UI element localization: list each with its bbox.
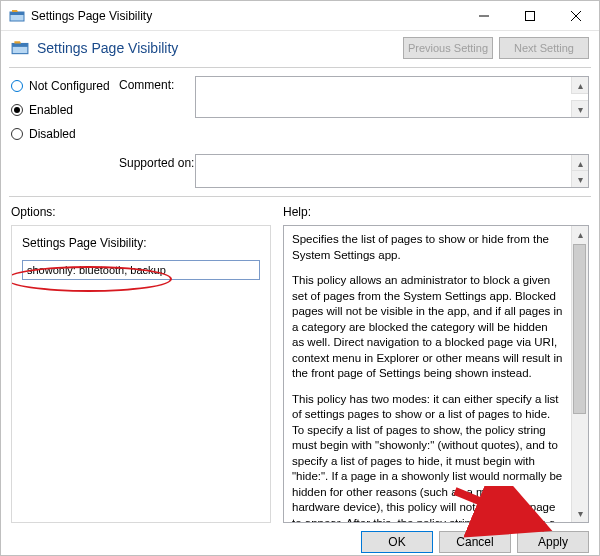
titlebar: Settings Page Visibility bbox=[1, 1, 599, 31]
settings-page-visibility-label: Settings Page Visibility: bbox=[22, 236, 260, 250]
scroll-up-icon[interactable]: ▴ bbox=[571, 77, 588, 94]
policy-icon bbox=[11, 39, 29, 57]
radio-label: Enabled bbox=[29, 103, 73, 117]
scroll-down-icon[interactable]: ▾ bbox=[578, 508, 583, 519]
minimize-button[interactable] bbox=[461, 1, 507, 30]
settings-page-visibility-input[interactable] bbox=[22, 260, 260, 280]
svg-rect-1 bbox=[10, 12, 24, 15]
help-text-box: Specifies the list of pages to show or h… bbox=[283, 225, 589, 523]
svg-rect-4 bbox=[12, 44, 28, 47]
button-bar: OK Cancel Apply bbox=[1, 523, 599, 556]
svg-rect-2 bbox=[526, 11, 535, 20]
state-radio-group: Not Configured Enabled Disabled bbox=[11, 76, 119, 148]
help-paragraph: This policy allows an administrator to b… bbox=[292, 273, 563, 382]
scrollbar-thumb[interactable] bbox=[573, 244, 586, 414]
help-label: Help: bbox=[283, 205, 589, 219]
scrollbar[interactable]: ▴ ▾ bbox=[571, 226, 588, 522]
divider bbox=[9, 196, 591, 197]
help-paragraph: Specifies the list of pages to show or h… bbox=[292, 232, 563, 263]
help-content[interactable]: Specifies the list of pages to show or h… bbox=[284, 226, 571, 522]
ok-button[interactable]: OK bbox=[361, 531, 433, 553]
radio-icon bbox=[11, 80, 23, 92]
scroll-down-icon[interactable]: ▾ bbox=[571, 170, 588, 187]
help-paragraph: This policy has two modes: it can either… bbox=[292, 392, 563, 522]
page-title: Settings Page Visibility bbox=[37, 40, 403, 56]
options-groupbox: Settings Page Visibility: bbox=[11, 225, 271, 523]
options-label: Options: bbox=[11, 205, 271, 219]
radio-label: Disabled bbox=[29, 127, 76, 141]
radio-label: Not Configured bbox=[29, 79, 110, 93]
cancel-button[interactable]: Cancel bbox=[439, 531, 511, 553]
supported-on-label: Supported on: bbox=[119, 154, 195, 170]
policy-icon bbox=[9, 8, 25, 24]
previous-setting-button[interactable]: Previous Setting bbox=[403, 37, 493, 59]
radio-disabled[interactable]: Disabled bbox=[11, 124, 119, 144]
window-title: Settings Page Visibility bbox=[31, 9, 461, 23]
radio-not-configured[interactable]: Not Configured bbox=[11, 76, 119, 96]
maximize-button[interactable] bbox=[507, 1, 553, 30]
supported-on-textarea[interactable]: ▴ ▾ bbox=[195, 154, 589, 188]
divider bbox=[9, 67, 591, 68]
header: Settings Page Visibility Previous Settin… bbox=[1, 31, 599, 67]
radio-icon bbox=[11, 104, 23, 116]
comment-textarea[interactable]: ▴ ▾ bbox=[195, 76, 589, 118]
scroll-up-icon[interactable]: ▴ bbox=[578, 229, 583, 240]
radio-enabled[interactable]: Enabled bbox=[11, 100, 119, 120]
comment-label: Comment: bbox=[119, 76, 195, 92]
close-button[interactable] bbox=[553, 1, 599, 30]
next-setting-button[interactable]: Next Setting bbox=[499, 37, 589, 59]
scroll-down-icon[interactable]: ▾ bbox=[571, 100, 588, 117]
apply-button[interactable]: Apply bbox=[517, 531, 589, 553]
radio-icon bbox=[11, 128, 23, 140]
